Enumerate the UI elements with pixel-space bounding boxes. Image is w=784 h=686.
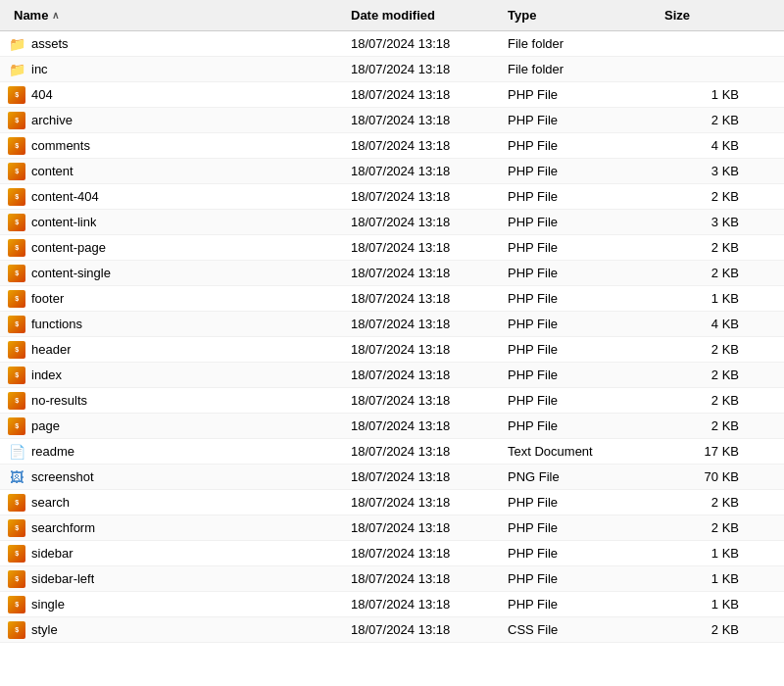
- file-date: 18/07/2024 13:18: [343, 493, 500, 512]
- table-row[interactable]: $ functions 18/07/2024 13:18 PHP File 4 …: [0, 312, 784, 337]
- file-name-cell: 📁 assets: [0, 33, 343, 55]
- table-row[interactable]: $ style 18/07/2024 13:18 CSS File 2 KB: [0, 617, 784, 643]
- file-name-label: page: [31, 418, 60, 433]
- file-name-cell: $ content: [0, 161, 343, 182]
- file-type: File folder: [500, 34, 657, 53]
- file-size: 3 KB: [657, 162, 755, 180]
- file-name-cell: $ functions: [0, 314, 343, 335]
- php-icon: $: [8, 86, 25, 104]
- file-name-cell: $ single: [0, 594, 343, 615]
- file-date: 18/07/2024 13:18: [343, 467, 500, 486]
- php-icon: $: [8, 265, 25, 282]
- column-header-size[interactable]: Size: [657, 4, 755, 26]
- file-name-cell: $ archive: [0, 110, 343, 131]
- table-row[interactable]: $ searchform 18/07/2024 13:18 PHP File 2…: [0, 515, 784, 541]
- file-name-label: single: [31, 597, 65, 612]
- file-date: 18/07/2024 13:18: [343, 60, 500, 78]
- file-size: 2 KB: [657, 264, 755, 282]
- file-date: 18/07/2024 13:18: [343, 569, 500, 588]
- file-name-label: index: [31, 368, 62, 382]
- php-icon: $: [8, 137, 25, 155]
- table-row[interactable]: $ archive 18/07/2024 13:18 PHP File 2 KB: [0, 108, 784, 133]
- sort-arrow-icon: ∧: [52, 10, 59, 21]
- table-row[interactable]: $ content-link 18/07/2024 13:18 PHP File…: [0, 210, 784, 235]
- file-size: 2 KB: [657, 391, 755, 410]
- php-icon: $: [8, 519, 25, 537]
- file-type: PHP File: [500, 187, 657, 206]
- table-row[interactable]: 🖼 screenshot 18/07/2024 13:18 PNG File 7…: [0, 465, 784, 490]
- file-name-label: content-link: [31, 215, 96, 229]
- table-row[interactable]: $ 404 18/07/2024 13:18 PHP File 1 KB: [0, 82, 784, 108]
- file-name-label: footer: [31, 291, 64, 306]
- file-name-label: 404: [31, 87, 53, 102]
- table-row[interactable]: 📄 readme 18/07/2024 13:18 Text Document …: [0, 439, 784, 465]
- table-row[interactable]: $ footer 18/07/2024 13:18 PHP File 1 KB: [0, 286, 784, 312]
- table-row[interactable]: $ sidebar 18/07/2024 13:18 PHP File 1 KB: [0, 541, 784, 566]
- php-icon: $: [8, 545, 25, 563]
- column-type-label: Type: [508, 8, 536, 23]
- table-row[interactable]: $ sidebar-left 18/07/2024 13:18 PHP File…: [0, 566, 784, 592]
- file-date: 18/07/2024 13:18: [343, 391, 500, 410]
- file-explorer[interactable]: Name ∧ Date modified Type Size 📁 assets …: [0, 0, 784, 686]
- file-name-label: content-single: [31, 266, 111, 280]
- php-icon: $: [8, 316, 25, 333]
- file-name-label: assets: [31, 36, 69, 51]
- file-name-cell: $ search: [0, 492, 343, 514]
- table-row[interactable]: 📁 assets 18/07/2024 13:18 File folder: [0, 31, 784, 57]
- table-row[interactable]: $ no-results 18/07/2024 13:18 PHP File 2…: [0, 388, 784, 414]
- file-name-cell: $ comments: [0, 135, 343, 157]
- png-file-icon: 🖼: [8, 468, 25, 486]
- file-size: 17 KB: [657, 442, 755, 461]
- file-name-label: searchform: [31, 520, 95, 535]
- file-date: 18/07/2024 13:18: [343, 620, 500, 639]
- file-date: 18/07/2024 13:18: [343, 162, 500, 180]
- php-icon: $: [8, 367, 25, 384]
- file-date: 18/07/2024 13:18: [343, 111, 500, 129]
- file-name-cell: $ content-page: [0, 237, 343, 259]
- column-header-type[interactable]: Type: [500, 4, 657, 26]
- file-size: 1 KB: [657, 544, 755, 563]
- table-row[interactable]: $ content-page 18/07/2024 13:18 PHP File…: [0, 235, 784, 261]
- table-row[interactable]: $ comments 18/07/2024 13:18 PHP File 4 K…: [0, 133, 784, 159]
- file-date: 18/07/2024 13:18: [343, 595, 500, 613]
- file-date: 18/07/2024 13:18: [343, 289, 500, 308]
- file-size: 2 KB: [657, 518, 755, 537]
- file-size: 2 KB: [657, 366, 755, 384]
- file-name-cell: $ 404: [0, 84, 343, 106]
- file-size: [657, 42, 755, 46]
- file-name-cell: $ style: [0, 619, 343, 641]
- file-name-cell: $ searchform: [0, 517, 343, 539]
- file-name-cell: $ content-single: [0, 263, 343, 284]
- file-name-label: search: [31, 495, 70, 510]
- php-icon: $: [8, 392, 25, 410]
- css-icon: $: [8, 621, 25, 639]
- file-date: 18/07/2024 13:18: [343, 187, 500, 206]
- file-size: 4 KB: [657, 136, 755, 155]
- table-row[interactable]: $ content-404 18/07/2024 13:18 PHP File …: [0, 184, 784, 210]
- file-date: 18/07/2024 13:18: [343, 416, 500, 435]
- file-size: 2 KB: [657, 620, 755, 639]
- file-name-label: style: [31, 622, 58, 637]
- file-date: 18/07/2024 13:18: [343, 238, 500, 257]
- table-row[interactable]: $ content 18/07/2024 13:18 PHP File 3 KB: [0, 159, 784, 184]
- file-type: PHP File: [500, 111, 657, 129]
- table-row[interactable]: $ search 18/07/2024 13:18 PHP File 2 KB: [0, 490, 784, 515]
- column-name-label: Name: [14, 8, 48, 23]
- table-row[interactable]: $ page 18/07/2024 13:18 PHP File 2 KB: [0, 414, 784, 439]
- php-icon: $: [8, 112, 25, 129]
- file-name-cell: 📁 inc: [0, 59, 343, 80]
- file-name-cell: $ index: [0, 365, 343, 386]
- file-name-cell: $ content-404: [0, 186, 343, 208]
- table-row[interactable]: 📁 inc 18/07/2024 13:18 File folder: [0, 57, 784, 82]
- table-row[interactable]: $ content-single 18/07/2024 13:18 PHP Fi…: [0, 261, 784, 286]
- table-row[interactable]: $ header 18/07/2024 13:18 PHP File 2 KB: [0, 337, 784, 363]
- file-name-cell: $ header: [0, 339, 343, 361]
- table-row[interactable]: $ index 18/07/2024 13:18 PHP File 2 KB: [0, 363, 784, 388]
- php-icon: $: [8, 494, 25, 512]
- file-name-cell: $ sidebar: [0, 543, 343, 564]
- column-header-name[interactable]: Name ∧: [0, 4, 343, 26]
- file-name-label: header: [31, 342, 71, 357]
- file-type: PHP File: [500, 340, 657, 359]
- table-row[interactable]: $ single 18/07/2024 13:18 PHP File 1 KB: [0, 592, 784, 617]
- column-header-date[interactable]: Date modified: [343, 4, 500, 26]
